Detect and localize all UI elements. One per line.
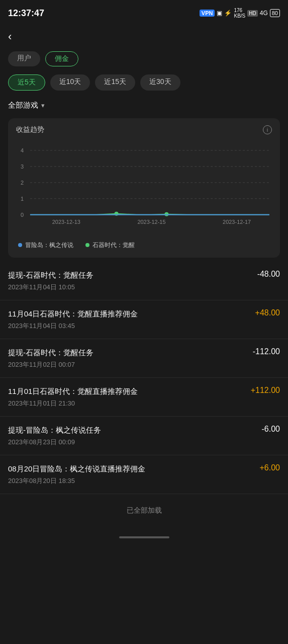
tx-amount: -112.00 <box>253 347 280 356</box>
tx-date: 2023年08月23日 00:09 <box>8 438 75 446</box>
tab-user[interactable]: 用户 <box>8 51 40 66</box>
tx-title: 提现-冒险岛：枫之传说任务 <box>8 425 256 435</box>
list-item: 提现-冒险岛：枫之传说任务 -6.00 2023年08月23日 00:09 <box>0 417 288 455</box>
game-selector-label: 全部游戏 <box>8 101 38 110</box>
chart-title-row: 收益趋势 i <box>16 125 272 134</box>
legend-dot-blue <box>18 243 22 247</box>
hd-badge: HD <box>247 10 257 17</box>
tx-amount: -6.00 <box>262 425 280 434</box>
svg-text:2: 2 <box>21 180 24 186</box>
top-nav: ‹ <box>0 24 288 49</box>
legend-item-adventure: 冒险岛：枫之传说 <box>18 241 73 250</box>
list-item: 11月04日石器时代：觉醒直播推荐佣金 +48.00 2023年11月04日 0… <box>0 300 288 339</box>
tx-date: 2023年11月01日 21:30 <box>8 399 75 407</box>
tx-date: 2023年11月02日 00:07 <box>8 361 75 368</box>
svg-text:0: 0 <box>21 212 24 218</box>
load-more-label: 已全部加载 <box>127 506 162 514</box>
list-item: 提现-石器时代：觉醒任务 -112.00 2023年11月02日 00:07 <box>0 339 288 378</box>
legend-label-adventure: 冒险岛：枫之传说 <box>25 241 73 250</box>
bottom-bar <box>0 527 288 542</box>
tx-amount: -48.00 <box>257 270 280 279</box>
chart-legend: 冒险岛：枫之传说 石器时代：觉醒 <box>16 241 272 250</box>
svg-text:4: 4 <box>21 147 24 153</box>
legend-item-stone: 石器时代：觉醒 <box>85 241 135 250</box>
chevron-down-icon: ▾ <box>41 102 45 109</box>
tx-title: 08月20日冒险岛：枫之传说直播推荐佣金 <box>8 463 254 474</box>
network-icon: 4G <box>260 10 268 17</box>
load-more: 已全部加载 <box>0 494 288 527</box>
svg-text:1: 1 <box>21 196 24 202</box>
svg-text:2023-12-15: 2023-12-15 <box>137 219 165 225</box>
svg-text:2023-12-13: 2023-12-13 <box>52 219 80 225</box>
tx-title: 提现-石器时代：觉醒任务 <box>8 347 247 358</box>
tx-amount: +112.00 <box>251 386 280 395</box>
status-bar: 12:37:47 VPN ▣ ⚡ 176KB/S HD 4G 80 <box>0 0 288 24</box>
period-5d[interactable]: 近5天 <box>8 74 45 91</box>
sim-icon: ▣ <box>217 10 222 17</box>
status-icons: VPN ▣ ⚡ 176KB/S HD 4G 80 <box>200 8 280 19</box>
svg-text:3: 3 <box>21 164 24 170</box>
period-filter: 近5天 近10天 近15天 近30天 <box>0 72 288 97</box>
period-15d[interactable]: 近15天 <box>95 74 135 91</box>
svg-point-15 <box>164 212 168 216</box>
tx-title: 11月01日石器时代：觉醒直播推荐佣金 <box>8 386 245 396</box>
home-indicator <box>119 536 169 538</box>
svg-text:2023-12-17: 2023-12-17 <box>223 219 251 225</box>
game-selector[interactable]: 全部游戏 ▾ <box>0 97 288 114</box>
tx-date: 2023年11月04日 03:45 <box>8 322 75 330</box>
list-item: 提现-石器时代：觉醒任务 -48.00 2023年11月04日 10:05 <box>0 262 288 300</box>
chart-card: 收益趋势 i 4 3 2 1 0 2023-12-13 2023-12-15 2… <box>8 118 280 258</box>
speed-indicator: 176KB/S <box>234 8 245 19</box>
tab-row: 用户 佣金 <box>0 49 288 72</box>
legend-dot-green <box>85 243 89 247</box>
tab-commission[interactable]: 佣金 <box>45 51 78 66</box>
tx-title: 提现-石器时代：觉醒任务 <box>8 270 251 280</box>
vpn-badge: VPN <box>200 10 215 17</box>
chart-svg: 4 3 2 1 0 2023-12-13 2023-12-15 2023-12-… <box>16 142 272 233</box>
tx-amount: +6.00 <box>260 463 280 472</box>
period-30d[interactable]: 近30天 <box>140 74 180 91</box>
back-button[interactable]: ‹ <box>8 28 16 45</box>
tx-date: 2023年08月20日 18:35 <box>8 477 75 485</box>
tx-date: 2023年11月04日 10:05 <box>8 283 75 291</box>
info-icon[interactable]: i <box>263 125 272 134</box>
period-10d[interactable]: 近10天 <box>50 74 90 91</box>
bluetooth-icon: ⚡ <box>224 10 232 17</box>
transaction-list: 提现-石器时代：觉醒任务 -48.00 2023年11月04日 10:05 11… <box>0 262 288 494</box>
list-item: 08月20日冒险岛：枫之传说直播推荐佣金 +6.00 2023年08月20日 1… <box>0 455 288 494</box>
battery-indicator: 80 <box>270 9 280 17</box>
status-time: 12:37:47 <box>8 8 44 19</box>
list-item: 11月01日石器时代：觉醒直播推荐佣金 +112.00 2023年11月01日 … <box>0 378 288 417</box>
chart-title: 收益趋势 <box>16 125 44 134</box>
tx-amount: +48.00 <box>255 308 280 317</box>
legend-label-stone: 石器时代：觉醒 <box>92 241 135 250</box>
tx-title: 11月04日石器时代：觉醒直播推荐佣金 <box>8 308 249 319</box>
